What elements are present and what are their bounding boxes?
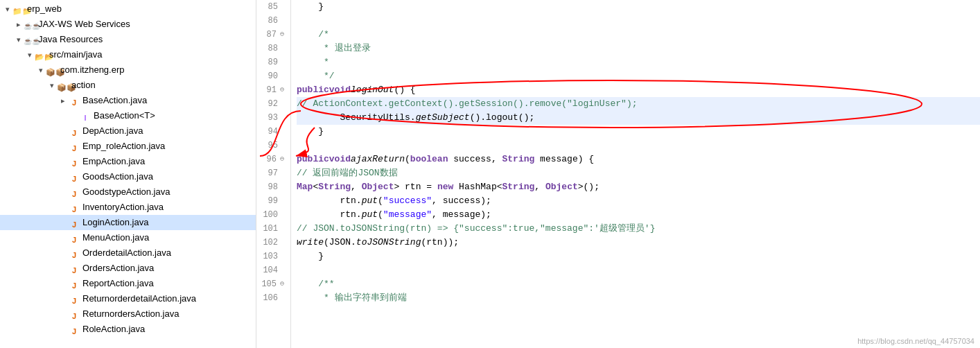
code-line bbox=[297, 14, 980, 28]
code-line: rtn.put("message", message); bbox=[297, 208, 980, 222]
java-file-icon bbox=[68, 172, 80, 182]
tree-item-label: action bbox=[71, 78, 96, 92]
code-line: /* bbox=[297, 28, 980, 42]
java-file-icon bbox=[68, 157, 80, 166]
tree-arrow bbox=[36, 63, 46, 77]
java-file-icon bbox=[68, 324, 80, 334]
tree-item-label: GoodsAction.java bbox=[82, 170, 153, 184]
line-number: 98 bbox=[256, 180, 290, 194]
line-number: 101 bbox=[256, 222, 290, 236]
tree-item-src_main_java[interactable]: 📂src/main/java bbox=[0, 47, 256, 62]
tree-item-OrdersAction[interactable]: OrdersAction.java bbox=[0, 261, 256, 276]
tree-item-GoodstypeAction[interactable]: GoodstypeAction.java bbox=[0, 184, 256, 200]
tree-item-label: InventoryAction.java bbox=[82, 200, 164, 214]
tree-arrow bbox=[3, 2, 12, 16]
line-number: 100 bbox=[256, 208, 290, 222]
tree-item-BaseActionT[interactable]: BaseAction<T> bbox=[0, 108, 256, 123]
tree-item-ReportAction[interactable]: ReportAction.java bbox=[0, 276, 256, 291]
tree-item-LoginAction[interactable]: LoginAction.java bbox=[0, 215, 256, 230]
tree-item-com_itzheng_erp[interactable]: 📦com.itzheng.erp bbox=[0, 62, 256, 78]
watermark: https://blog.csdn.net/qq_44757034 bbox=[857, 337, 974, 345]
line-number: 91⊖ bbox=[256, 83, 290, 97]
tree-item-InventoryAction[interactable]: InventoryAction.java bbox=[0, 200, 256, 215]
line-number: 90 bbox=[256, 69, 290, 83]
code-line: SecurityUtils.getSubject().logout(); bbox=[297, 111, 980, 125]
line-number: 86 bbox=[256, 14, 290, 28]
tree-item-Emp_roleAction[interactable]: Emp_roleAction.java bbox=[0, 139, 256, 154]
code-line: * bbox=[297, 55, 980, 69]
folder-icon: 📁 bbox=[12, 4, 25, 14]
line-number: 85 bbox=[256, 0, 290, 14]
src-folder-icon: 📂 bbox=[35, 50, 47, 60]
code-line bbox=[297, 139, 980, 153]
tree-item-label: com.itzheng.erp bbox=[60, 63, 125, 77]
tree-item-ReturnordersAction[interactable]: ReturnordersAction.java bbox=[0, 306, 256, 322]
java-file-icon bbox=[68, 218, 80, 227]
tree-item-RoleAction[interactable]: RoleAction.java bbox=[0, 322, 256, 337]
tree-item-label: MenuAction.java bbox=[82, 231, 149, 245]
line-number: 95 bbox=[256, 139, 290, 153]
tree-arrow bbox=[47, 78, 57, 92]
line-number: 96⊖ bbox=[256, 153, 290, 166]
tree-arrow bbox=[14, 17, 24, 31]
tree-item-label: ReportAction.java bbox=[82, 277, 154, 290]
tree-item-ReturnorderdetailAction[interactable]: ReturnorderdetailAction.java bbox=[0, 291, 256, 306]
line-number: 93 bbox=[256, 111, 290, 125]
code-line: // JSON.toJSONString(rtn) => {"success":… bbox=[297, 222, 980, 236]
interface-icon bbox=[79, 111, 91, 121]
tree-item-label: ReturnordersAction.java bbox=[82, 307, 179, 321]
tree-item-action[interactable]: 📦action bbox=[0, 78, 256, 93]
code-line: write(JSON.toJSONString(rtn)); bbox=[297, 236, 980, 250]
code-line: * 输出字符串到前端 bbox=[297, 291, 980, 305]
tree-item-EmpAction[interactable]: EmpAction.java bbox=[0, 154, 256, 169]
tree-item-java_resources[interactable]: ☕Java Resources bbox=[0, 32, 256, 47]
tree-arrow bbox=[58, 94, 68, 107]
package-icon: 📦 bbox=[46, 65, 58, 75]
code-line: Map<String, Object> rtn = new HashMap<St… bbox=[297, 180, 980, 194]
file-tree[interactable]: 📁erp_web☕JAX-WS Web Services☕Java Resour… bbox=[0, 0, 256, 348]
java-file-icon bbox=[68, 294, 80, 304]
tree-item-label: RoleAction.java bbox=[82, 322, 145, 336]
line-number: 103 bbox=[256, 250, 290, 263]
tree-item-label: Emp_roleAction.java bbox=[82, 139, 165, 153]
line-number: 99 bbox=[256, 194, 290, 208]
code-editor: 85 86 87⊖88 89 90 91⊖92 93 94 95 96⊖97 9… bbox=[256, 0, 980, 348]
code-line: /** bbox=[297, 277, 980, 291]
tree-item-OrderdetailAction[interactable]: OrderdetailAction.java bbox=[0, 245, 256, 261]
tree-arrow bbox=[25, 48, 35, 62]
code-line: public void loginOut() { bbox=[297, 83, 980, 97]
code-line: } bbox=[297, 0, 980, 14]
tree-item-label: OrdersAction.java bbox=[82, 261, 154, 275]
tree-item-MenuAction[interactable]: MenuAction.java bbox=[0, 230, 256, 245]
tree-item-label: OrderdetailAction.java bbox=[82, 246, 171, 260]
line-number: 97 bbox=[256, 166, 290, 180]
tree-item-BaseAction[interactable]: BaseAction.java bbox=[0, 93, 256, 108]
tree-item-label: erp_web bbox=[27, 2, 62, 16]
tree-item-label: BaseAction.java bbox=[82, 94, 147, 107]
code-line: */ bbox=[297, 69, 980, 83]
line-number: 89 bbox=[256, 55, 290, 69]
java-file-icon bbox=[68, 279, 80, 288]
line-numbers: 85 86 87⊖88 89 90 91⊖92 93 94 95 96⊖97 9… bbox=[256, 0, 291, 348]
resources-icon: ☕ bbox=[24, 35, 36, 44]
tree-item-label: JAX-WS Web Services bbox=[38, 17, 130, 31]
tree-arrow bbox=[14, 33, 24, 46]
tree-item-GoodsAction[interactable]: GoodsAction.java bbox=[0, 169, 256, 184]
line-number: 87⊖ bbox=[256, 28, 290, 42]
tree-item-label: LoginAction.java bbox=[82, 216, 148, 229]
tree-item-erp_web[interactable]: 📁erp_web bbox=[0, 1, 256, 17]
code-line bbox=[297, 263, 980, 277]
tree-item-jaxws[interactable]: ☕JAX-WS Web Services bbox=[0, 17, 256, 32]
tree-item-DepAction[interactable]: DepAction.java bbox=[0, 123, 256, 139]
tree-item-label: ReturnorderdetailAction.java bbox=[82, 292, 196, 306]
tree-item-label: src/main/java bbox=[49, 48, 103, 62]
code-line: // 返回前端的JSON数据 bbox=[297, 166, 980, 180]
line-number: 102 bbox=[256, 236, 290, 250]
line-number: 105⊖ bbox=[256, 277, 290, 291]
java-file-icon bbox=[68, 187, 80, 197]
java-file-icon bbox=[68, 233, 80, 243]
code-line: * 退出登录 bbox=[297, 42, 980, 55]
tree-item-label: GoodstypeAction.java bbox=[82, 185, 170, 199]
package-icon: 📦 bbox=[57, 80, 69, 90]
java-file-icon bbox=[68, 309, 80, 319]
